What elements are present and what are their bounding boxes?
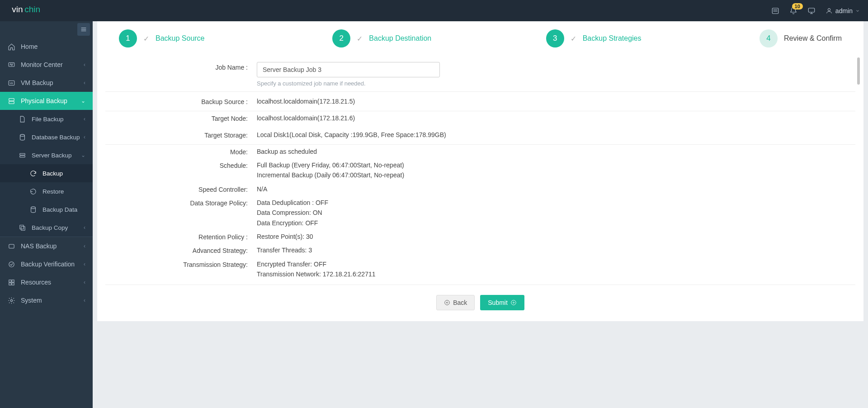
svg-rect-15 [9,98,14,100]
job-name-input[interactable] [257,62,440,77]
user-name: admin [835,7,853,14]
sidebar-label: Resources [21,279,51,286]
check-icon: ✓ [357,34,363,43]
sidebar-label: File Backup [32,116,64,123]
verify-icon [7,260,15,268]
sidebar-label: Physical Backup [21,97,67,104]
monitor-icon[interactable] [807,7,816,15]
sidebar-item-database-backup[interactable]: Database Backup ‹ [0,128,93,146]
wizard-footer: Back Submit [105,285,855,313]
svg-rect-27 [9,283,11,285]
label-backup-source: Backup Source : [105,96,257,106]
svg-rect-16 [9,101,14,104]
sidebar-label: Restore [42,188,64,195]
sidebar-item-backup-verification[interactable]: Backup Verification ‹ [0,255,93,273]
chevron-left-icon: ‹ [84,116,85,122]
arrow-right-icon [510,299,517,306]
svg-rect-5 [808,8,815,12]
chevron-left-icon: ‹ [84,80,85,86]
svg-rect-21 [21,226,25,230]
step-number: 4 [760,29,778,47]
svg-rect-23 [9,244,14,248]
chevron-left-icon: ‹ [84,297,85,304]
row-speed: Speed Controller: N/A [105,182,855,196]
chevron-left-icon: ‹ [84,62,85,68]
chevron-down-icon: ⌄ [81,152,85,158]
nas-icon [7,242,15,250]
user-menu[interactable]: admin [826,7,860,14]
value-target-node: localhost.localdomain(172.18.21.6) [257,113,855,123]
submit-label: Submit [488,299,508,306]
sidebar-item-file-backup[interactable]: File Backup ‹ [0,110,93,128]
value-encryption: Data Encryption: OFF [257,218,855,228]
row-schedule: Schedule: Full Backup (Every Friday, 06:… [105,158,855,182]
row-target-node: Target Node: localhost.localdomain(172.1… [105,111,855,125]
sidebar-item-monitor[interactable]: Monitor Center ‹ [0,56,93,74]
check-icon: ✓ [571,34,576,43]
data-icon [29,205,37,213]
step-label: Backup Destination [369,34,431,43]
svg-rect-22 [19,225,24,229]
row-storage-policy: Data Storage Policy: Data Deduplication … [105,196,855,230]
sidebar: Home Monitor Center ‹ VM VM Backup ‹ Phy… [0,21,93,408]
sidebar-label: Backup Verification [21,261,75,268]
list-icon[interactable] [771,7,779,15]
label-advanced: Advanced Strategy: [105,245,257,255]
sidebar-item-home[interactable]: Home [0,38,93,56]
label-schedule: Schedule: [105,160,257,180]
main: 1 ✓ Backup Source 2 ✓ Backup Destination… [93,21,868,408]
sidebar-toggle[interactable] [77,23,90,36]
step-backup-source[interactable]: 1 ✓ Backup Source [119,29,332,47]
job-name-hint: Specify a customized job name if needed. [257,80,855,87]
step-label: Backup Strategies [583,34,642,43]
chevron-left-icon: ‹ [84,134,85,140]
sidebar-label: Server Backup [32,152,72,159]
server-icon [7,97,15,105]
sidebar-item-backup-copy[interactable]: Backup Copy ‹ [0,218,93,237]
arrow-left-icon [444,299,450,306]
sidebar-item-physical-backup[interactable]: Physical Backup ⌄ [0,92,93,110]
row-retention: Retention Policy : Restore Point(s): 30 [105,230,855,243]
svg-rect-26 [12,280,14,282]
svg-point-8 [828,8,830,10]
step-number: 1 [119,29,137,47]
step-label: Backup Source [156,34,205,43]
label-mode: Mode: [105,147,257,157]
home-icon [7,43,15,51]
back-button[interactable]: Back [436,295,475,310]
value-compression: Data Compression: ON [257,208,855,218]
sidebar-item-backup-data[interactable]: Backup Data [0,200,93,218]
chevron-left-icon: ‹ [84,224,85,231]
svg-rect-2 [772,8,778,14]
step-backup-strategies[interactable]: 3 ✓ Backup Strategies [546,29,760,47]
svg-text:VM: VM [9,82,13,84]
sidebar-item-vm-backup[interactable]: VM VM Backup ‹ [0,74,93,92]
svg-rect-25 [9,280,11,282]
topbar-right: 10 admin [771,7,860,15]
svg-point-24 [9,261,14,266]
svg-text:vin: vin [12,5,23,14]
label-job-name: Job Name : [105,62,257,87]
sidebar-item-server-backup[interactable]: Server Backup ⌄ [0,146,93,164]
value-target-storage: Local Disk1(Local Disk, Capacity :199.9G… [257,130,855,140]
value-advanced: Transfer Threads: 3 [257,245,855,255]
label-transmission: Transmission Strategy: [105,259,257,280]
value-dedup: Data Deduplication : OFF [257,198,855,208]
notification-icon[interactable]: 10 [789,7,797,15]
step-label: Review & Confirm [784,34,842,43]
step-backup-destination[interactable]: 2 ✓ Backup Destination [332,29,546,47]
sidebar-item-system[interactable]: System ‹ [0,291,93,309]
resources-icon [7,278,15,286]
sidebar-item-restore[interactable]: Restore [0,182,93,200]
row-job-name: Job Name : Specify a customized job name… [105,57,855,92]
database-icon [18,133,26,141]
svg-text:chin: chin [24,5,40,14]
scrollbar[interactable] [857,57,860,85]
sidebar-item-resources[interactable]: Resources ‹ [0,273,93,291]
row-transmission: Transmission Strategy: Encrypted Transfe… [105,257,855,281]
sidebar-item-backup[interactable]: Backup [0,164,93,182]
submit-button[interactable]: Submit [480,295,524,310]
sidebar-item-nas-backup[interactable]: NAS Backup ‹ [0,237,93,255]
server-small-icon [18,151,26,159]
copy-icon [18,223,26,232]
